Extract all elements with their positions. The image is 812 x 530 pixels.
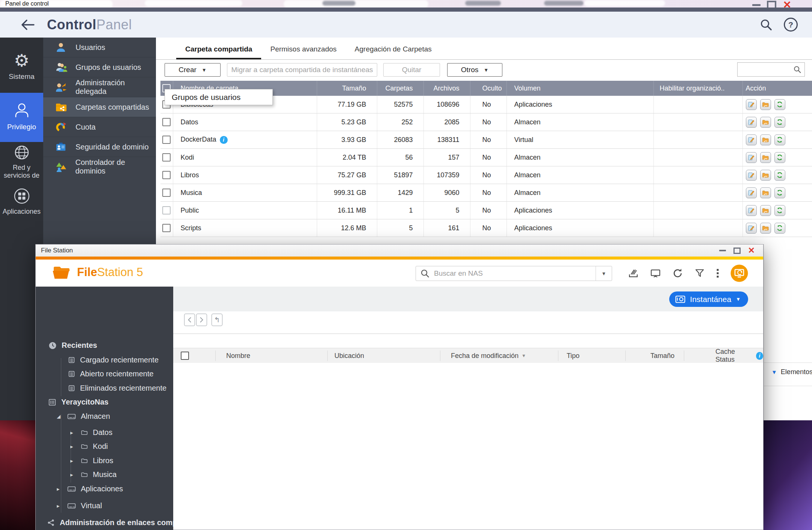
tree-collapsed-icon[interactable]: ▸ <box>57 503 62 509</box>
edit-properties-button[interactable] <box>746 205 757 216</box>
row-checkbox[interactable] <box>162 224 171 232</box>
fs-sidebar-folder-libros[interactable]: ▸ Libros <box>70 456 113 465</box>
menu-item-administracion-delegada[interactable]: Administración delegada <box>43 77 156 97</box>
forward-button[interactable] <box>196 314 207 326</box>
edit-properties-button[interactable] <box>746 223 757 234</box>
minimize-icon[interactable] <box>719 250 726 251</box>
edit-properties-button[interactable] <box>746 187 757 198</box>
snapshot-button[interactable]: Instantánea ▼ <box>669 291 748 307</box>
fs-sidebar-volume-almacen[interactable]: ◢ Almacen <box>57 412 110 421</box>
tab-carpeta-compartida[interactable]: Carpeta compartida <box>176 45 261 59</box>
menu-item-carpetas-compartidas[interactable]: Carpetas compartidas <box>43 97 156 117</box>
fs-sidebar-folder-datos[interactable]: ▸ Datos <box>70 428 112 437</box>
column-header-action[interactable]: Acción <box>742 81 812 96</box>
refresh-folder-button[interactable] <box>774 152 785 163</box>
tree-collapsed-icon[interactable]: ▸ <box>70 458 76 464</box>
menu-item-controlador-dominios[interactable]: Controlador de dominios <box>43 157 156 177</box>
refresh-folder-button[interactable] <box>774 117 785 128</box>
menu-item-cuota[interactable]: Cuota <box>43 117 156 137</box>
tab-permisos-avanzados[interactable]: Permisos avanzados <box>261 45 345 59</box>
fs-sidebar-cargado-recientemente[interactable]: Cargado recientemente <box>68 356 159 364</box>
column-header-size[interactable]: Tamaño <box>317 81 377 96</box>
fs-sidebar-folder-kodi[interactable]: ▸ Kodi <box>70 442 108 451</box>
edit-permissions-button[interactable] <box>760 170 771 181</box>
column-header-cache-status[interactable]: Cache Status i <box>715 348 763 363</box>
fs-sidebar-nas-root[interactable]: YeraycitoNas <box>48 398 109 406</box>
refresh-folder-button[interactable] <box>774 187 785 198</box>
info-icon[interactable]: i <box>220 136 228 144</box>
remove-button[interactable]: Quitar <box>383 63 440 77</box>
edit-permissions-button[interactable] <box>760 152 771 163</box>
row-checkbox[interactable] <box>162 171 171 179</box>
rail-item-red-servicios[interactable]: Red y servicios de <box>0 145 43 180</box>
tree-collapsed-icon[interactable]: ▸ <box>70 471 76 478</box>
rail-item-sistema[interactable]: ⚙ Sistema <box>0 52 43 81</box>
refresh-folder-button[interactable] <box>774 170 785 181</box>
back-button[interactable] <box>184 314 195 326</box>
rail-item-aplicaciones[interactable]: Aplicaciones <box>0 188 43 216</box>
others-button[interactable]: Otros▼ <box>447 63 502 77</box>
table-row[interactable]: Scripts 12.6 MB 5 161 No Aplicaciones <box>160 219 812 237</box>
table-row[interactable]: Kodi 2.04 TB 56 157 No Almacen <box>160 149 812 166</box>
filter-icon[interactable] <box>694 268 705 278</box>
help-icon[interactable]: ? <box>784 18 798 32</box>
file-station-titlebar[interactable]: File Station ✕ <box>36 245 763 257</box>
fs-sidebar-eliminados-recientemente[interactable]: Eliminados recientemente <box>68 384 166 393</box>
fs-sidebar-volume-aplicaciones[interactable]: ▸ Aplicaciones <box>57 485 123 493</box>
edit-permissions-button[interactable] <box>760 134 771 145</box>
edit-permissions-button[interactable] <box>760 223 771 234</box>
refresh-folder-button[interactable] <box>774 205 785 216</box>
background-tasks-icon[interactable] <box>628 268 639 279</box>
column-header-folders[interactable]: Carpetas <box>377 81 423 96</box>
mounted-device-button[interactable] <box>730 264 748 282</box>
fs-sidebar-volume-virtual[interactable]: ▸ Virtual <box>57 501 102 510</box>
remote-display-icon[interactable] <box>650 268 661 279</box>
close-icon[interactable]: ✕ <box>748 247 755 254</box>
edit-permissions-button[interactable] <box>760 187 771 198</box>
maximize-icon[interactable] <box>733 248 741 254</box>
edit-properties-button[interactable] <box>746 152 757 163</box>
up-level-button[interactable]: ↰ <box>212 314 222 326</box>
row-checkbox[interactable] <box>162 206 171 214</box>
tree-collapsed-icon[interactable]: ▸ <box>70 429 76 436</box>
back-arrow-icon[interactable] <box>21 19 35 30</box>
edit-properties-button[interactable] <box>746 170 757 181</box>
row-checkbox[interactable] <box>162 118 171 126</box>
refresh-folder-button[interactable] <box>774 223 785 234</box>
tree-collapsed-icon[interactable]: ▸ <box>57 486 62 492</box>
column-header-ubicacion[interactable]: Ubicación <box>334 348 364 363</box>
edit-permissions-button[interactable] <box>760 99 771 110</box>
menu-item-seguridad-dominio[interactable]: Seguridad de dominio <box>43 137 156 157</box>
column-header-tipo[interactable]: Tipo <box>567 348 579 363</box>
menu-item-grupos-usuarios[interactable]: Grupos de usuarios <box>43 57 156 77</box>
refresh-folder-button[interactable] <box>774 99 785 110</box>
menu-item-usuarios[interactable]: Usuarios <box>43 38 156 57</box>
fs-sidebar-abierto-recientemente[interactable]: Abierto recientemente <box>68 370 154 378</box>
table-row[interactable]: DockerDatai 3.93 GB 26083 138311 No Virt… <box>160 131 812 149</box>
row-checkbox[interactable] <box>162 136 171 144</box>
more-options-icon[interactable] <box>716 268 719 279</box>
edit-properties-button[interactable] <box>746 99 757 110</box>
info-icon[interactable]: i <box>756 352 763 360</box>
table-row[interactable]: Public 16.11 MB 1 5 No Aplicaciones <box>160 202 812 219</box>
search-icon[interactable] <box>793 65 801 74</box>
table-row[interactable]: Datos 5.23 GB 252 2085 No Almacen <box>160 113 812 131</box>
search-icon[interactable] <box>760 18 773 31</box>
edit-properties-button[interactable] <box>746 117 757 128</box>
create-button[interactable]: Crear▼ <box>165 63 221 77</box>
column-header-fecha[interactable]: Fecha de modificación ▼ <box>451 348 526 363</box>
file-list-empty-area[interactable] <box>173 363 763 530</box>
edit-permissions-button[interactable] <box>760 205 771 216</box>
nas-search-input[interactable] <box>433 269 596 278</box>
table-row[interactable]: Libros 75.27 GB 51897 107359 No Almacen <box>160 166 812 184</box>
row-checkbox[interactable] <box>162 189 171 197</box>
row-checkbox[interactable] <box>162 153 171 162</box>
rail-item-privilegio[interactable]: Privilegio <box>0 93 43 142</box>
fs-sidebar-folder-musica[interactable]: ▸ Musica <box>70 470 116 479</box>
refresh-folder-button[interactable] <box>774 134 785 145</box>
search-options-dropdown[interactable]: ▼ <box>596 266 612 281</box>
tree-collapsed-icon[interactable]: ▸ <box>70 443 76 450</box>
elements-collapse-row[interactable]: ▼ Elementos <box>771 368 812 376</box>
folder-search-input[interactable] <box>741 64 793 75</box>
column-header-hidden[interactable]: Oculto <box>470 81 507 96</box>
